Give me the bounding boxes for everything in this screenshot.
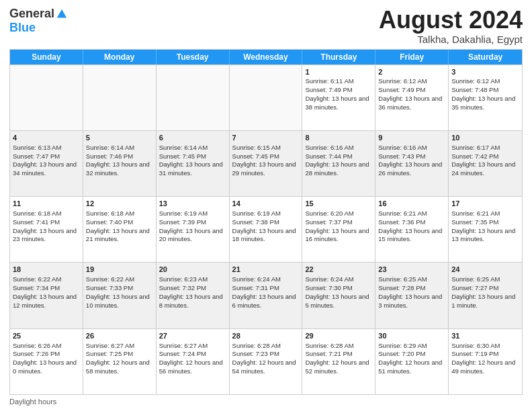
daylight-text: Daylight: 12 hours and 49 minutes. <box>451 359 515 375</box>
header: General Blue August 2024 Talkha, Dakahli… <box>9 7 523 45</box>
day-number: 5 <box>86 133 153 143</box>
daylight-text: Daylight: 13 hours and 38 minutes. <box>305 95 369 111</box>
header-day-sunday: Sunday <box>10 50 83 64</box>
calendar-body: 1Sunrise: 6:11 AMSunset: 7:49 PMDaylight… <box>10 64 522 394</box>
daylight-text: Daylight: 13 hours and 6 minutes. <box>232 293 296 309</box>
calendar-cell <box>157 65 230 130</box>
footer: Daylight hours <box>9 398 523 406</box>
daylight-text: Daylight: 13 hours and 35 minutes. <box>451 95 515 111</box>
day-number: 15 <box>305 199 372 209</box>
calendar-cell: 2Sunrise: 6:12 AMSunset: 7:49 PMDaylight… <box>375 65 449 130</box>
daylight-text: Daylight: 13 hours and 29 minutes. <box>232 161 296 177</box>
sunset-text: Sunset: 7:34 PM <box>13 284 60 291</box>
calendar-cell: 16Sunrise: 6:21 AMSunset: 7:36 PMDayligh… <box>375 197 449 262</box>
sunset-text: Sunset: 7:43 PM <box>378 152 425 160</box>
sunset-text: Sunset: 7:36 PM <box>378 218 425 226</box>
calendar-cell: 27Sunrise: 6:27 AMSunset: 7:24 PMDayligh… <box>157 329 230 394</box>
header-day-tuesday: Tuesday <box>157 50 230 64</box>
daylight-text: Daylight: 12 hours and 51 minutes. <box>378 359 442 375</box>
calendar-cell: 28Sunrise: 6:28 AMSunset: 7:23 PMDayligh… <box>230 329 303 394</box>
daylight-text: Daylight: 12 hours and 52 minutes. <box>305 359 369 375</box>
day-number: 8 <box>305 133 372 143</box>
day-number: 4 <box>13 133 80 143</box>
calendar-cell <box>10 65 83 130</box>
calendar-row-3: 11Sunrise: 6:18 AMSunset: 7:41 PMDayligh… <box>10 196 522 262</box>
sunset-text: Sunset: 7:49 PM <box>305 86 352 93</box>
daylight-text: Daylight: 13 hours and 1 minute. <box>451 293 515 309</box>
sunrise-text: Sunrise: 6:16 AM <box>378 144 427 151</box>
calendar-cell: 17Sunrise: 6:21 AMSunset: 7:35 PMDayligh… <box>449 197 522 262</box>
calendar-cell: 23Sunrise: 6:25 AMSunset: 7:28 PMDayligh… <box>375 263 449 328</box>
sunrise-text: Sunrise: 6:16 AM <box>305 144 353 151</box>
sunrise-text: Sunrise: 6:14 AM <box>159 144 208 151</box>
sunset-text: Sunset: 7:37 PM <box>305 218 352 226</box>
sunrise-text: Sunrise: 6:12 AM <box>451 77 500 85</box>
daylight-text: Daylight: 12 hours and 54 minutes. <box>232 359 296 375</box>
logo-general: General <box>9 7 54 21</box>
sunrise-text: Sunrise: 6:23 AM <box>159 275 208 283</box>
calendar-cell <box>230 65 303 130</box>
calendar-cell: 9Sunrise: 6:16 AMSunset: 7:43 PMDaylight… <box>375 131 449 196</box>
sunset-text: Sunset: 7:28 PM <box>378 284 425 291</box>
day-number: 18 <box>13 265 80 275</box>
calendar-cell: 21Sunrise: 6:24 AMSunset: 7:31 PMDayligh… <box>230 263 303 328</box>
sunset-text: Sunset: 7:38 PM <box>232 218 279 226</box>
calendar-cell <box>83 65 157 130</box>
sunset-text: Sunset: 7:20 PM <box>378 350 425 357</box>
header-day-wednesday: Wednesday <box>230 50 303 64</box>
day-number: 1 <box>305 67 372 77</box>
day-number: 22 <box>305 265 372 275</box>
daylight-text: Daylight: 13 hours and 28 minutes. <box>305 161 369 177</box>
day-number: 28 <box>232 331 300 341</box>
day-number: 29 <box>305 331 372 341</box>
sunrise-text: Sunrise: 6:22 AM <box>86 275 134 283</box>
daylight-text: Daylight: 13 hours and 16 minutes. <box>305 227 369 243</box>
day-number: 12 <box>86 199 153 209</box>
daylight-text: Daylight: 13 hours and 8 minutes. <box>159 293 223 309</box>
calendar-cell: 15Sunrise: 6:20 AMSunset: 7:37 PMDayligh… <box>302 197 375 262</box>
calendar-row-2: 4Sunrise: 6:13 AMSunset: 7:47 PMDaylight… <box>10 130 522 196</box>
day-number: 23 <box>378 265 445 275</box>
day-number: 19 <box>86 265 153 275</box>
day-number: 24 <box>451 265 519 275</box>
day-number: 20 <box>159 265 226 275</box>
sunset-text: Sunset: 7:48 PM <box>451 86 498 93</box>
calendar-row-4: 18Sunrise: 6:22 AMSunset: 7:34 PMDayligh… <box>10 262 522 328</box>
sunrise-text: Sunrise: 6:21 AM <box>378 210 427 217</box>
day-number: 27 <box>159 331 226 341</box>
calendar-cell: 22Sunrise: 6:24 AMSunset: 7:30 PMDayligh… <box>302 263 375 328</box>
calendar-cell: 29Sunrise: 6:28 AMSunset: 7:21 PMDayligh… <box>302 329 375 394</box>
calendar-cell: 20Sunrise: 6:23 AMSunset: 7:32 PMDayligh… <box>157 263 230 328</box>
calendar-cell: 11Sunrise: 6:18 AMSunset: 7:41 PMDayligh… <box>10 197 83 262</box>
daylight-text: Daylight: 13 hours and 18 minutes. <box>232 227 296 243</box>
day-number: 10 <box>451 133 519 143</box>
daylight-text: Daylight: 13 hours and 31 minutes. <box>159 161 223 177</box>
sunset-text: Sunset: 7:42 PM <box>451 152 498 160</box>
calendar-cell: 30Sunrise: 6:29 AMSunset: 7:20 PMDayligh… <box>375 329 449 394</box>
day-number: 7 <box>232 133 300 143</box>
sunrise-text: Sunrise: 6:25 AM <box>378 275 427 283</box>
sunrise-text: Sunrise: 6:29 AM <box>378 342 427 349</box>
daylight-text: Daylight: 13 hours and 10 minutes. <box>86 293 150 309</box>
day-number: 14 <box>232 199 300 209</box>
day-number: 21 <box>232 265 300 275</box>
logo: General Blue <box>9 7 68 35</box>
calendar-cell: 4Sunrise: 6:13 AMSunset: 7:47 PMDaylight… <box>10 131 83 196</box>
sunrise-text: Sunrise: 6:28 AM <box>305 342 353 349</box>
day-number: 11 <box>13 199 80 209</box>
daylight-text: Daylight: 13 hours and 5 minutes. <box>305 293 369 309</box>
sunset-text: Sunset: 7:40 PM <box>86 218 133 226</box>
daylight-text: Daylight: 13 hours and 13 minutes. <box>451 227 515 243</box>
sunset-text: Sunset: 7:23 PM <box>232 350 279 357</box>
header-day-friday: Friday <box>375 50 449 64</box>
daylight-text: Daylight: 12 hours and 58 minutes. <box>86 359 150 375</box>
header-day-saturday: Saturday <box>449 50 522 64</box>
sunrise-text: Sunrise: 6:19 AM <box>232 210 281 217</box>
svg-marker-0 <box>57 9 66 17</box>
calendar-cell: 18Sunrise: 6:22 AMSunset: 7:34 PMDayligh… <box>10 263 83 328</box>
sunrise-text: Sunrise: 6:15 AM <box>232 144 281 151</box>
sunrise-text: Sunrise: 6:26 AM <box>13 342 61 349</box>
daylight-text: Daylight: 13 hours and 26 minutes. <box>378 161 442 177</box>
sunset-text: Sunset: 7:45 PM <box>232 152 279 160</box>
sunrise-text: Sunrise: 6:21 AM <box>451 210 500 217</box>
